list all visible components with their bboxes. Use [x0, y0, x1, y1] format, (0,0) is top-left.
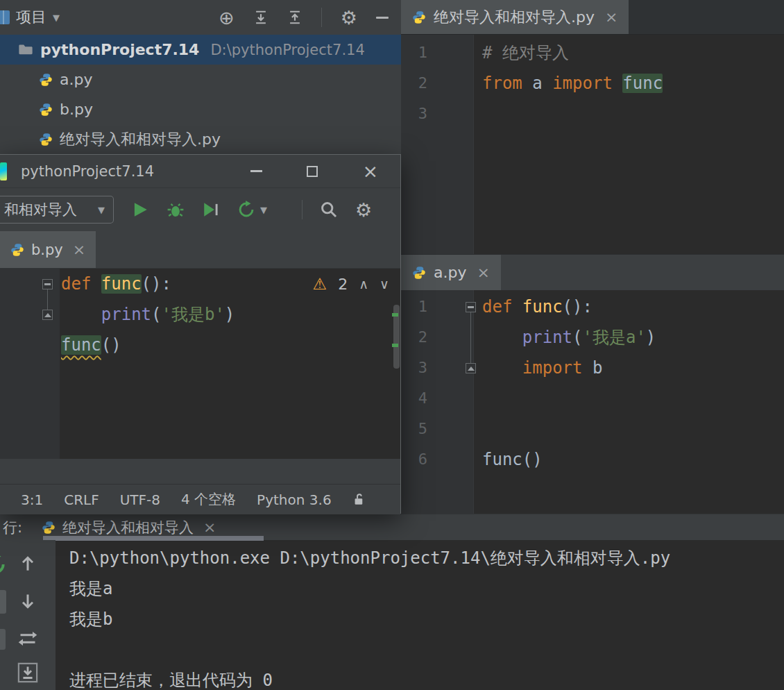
tab-label: a.py [434, 264, 466, 281]
indent-token [482, 358, 522, 378]
code-line [482, 383, 784, 414]
console-output[interactable]: D:\python\python.exe D:\pythonProject7.1… [69, 543, 777, 690]
line-separator[interactable]: CRLF [64, 491, 99, 508]
project-tool-window-header[interactable]: 项目 ▼ [0, 7, 60, 28]
console-line [69, 634, 777, 665]
maximize-icon [307, 166, 318, 177]
python-icon [42, 521, 56, 535]
run-button[interactable] [131, 201, 149, 219]
run-tool-window: 行: 绝对导入和相对导入 × [0, 514, 784, 690]
code-line: print('我是a') [482, 322, 784, 353]
hide-panel-icon[interactable] [376, 17, 389, 19]
previous-warning-icon[interactable]: ∧ [359, 276, 368, 292]
project-root-name: pythonProject7.14 [40, 41, 199, 58]
close-window-button[interactable]: × [362, 162, 378, 180]
code-line: func() [61, 330, 400, 360]
function-name-token: func [522, 297, 563, 317]
search-everywhere-button[interactable] [320, 201, 338, 219]
code-area: def func(): print('我是a') import b func() [482, 292, 784, 475]
bug-icon [167, 201, 185, 219]
console-line: D:\python\python.exe D:\pythonProject7.1… [69, 543, 777, 573]
locate-file-icon[interactable]: ⊕ [219, 8, 235, 27]
fold-start-marker[interactable] [466, 302, 476, 312]
fold-start-marker[interactable] [42, 279, 53, 289]
code-line: func() [482, 444, 784, 475]
restore-layout-icon[interactable] [0, 629, 6, 650]
plain-token [91, 274, 101, 294]
file-encoding[interactable]: UTF-8 [120, 491, 160, 508]
run-tab-absolute-relative-import[interactable]: 绝对导入和相对导入 × [33, 518, 224, 537]
line-number-column: 1 2 3 4 5 6 [401, 292, 427, 475]
file-label: a.py [60, 71, 92, 88]
down-stack-trace-icon[interactable] [18, 591, 37, 611]
python-icon [39, 133, 53, 146]
close-icon[interactable]: × [203, 519, 216, 536]
tree-row-absolute-relative-import-py[interactable]: 绝对导入和相对导入.py [0, 124, 401, 154]
file-label: 绝对导入和相对导入.py [60, 129, 221, 150]
settings-gear-icon[interactable]: ⚙ [355, 201, 372, 219]
tab-a-py[interactable]: a.py × [401, 255, 501, 290]
editor-a-py[interactable]: 1 2 3 4 5 6 def func(): print('我是a') imp… [401, 290, 784, 514]
window-title-bar[interactable]: pythonProject7.14 × [0, 155, 400, 188]
indent-setting[interactable]: 4 个空格 [181, 490, 236, 509]
warning-icon: ⚠ [313, 276, 327, 292]
status-bar: 3:1 CRLF UTF-8 4 个空格 Python 3.6 [0, 484, 400, 514]
fold-end-marker[interactable] [466, 363, 476, 373]
run-configuration-select[interactable]: 和相对导入 ▼ [0, 196, 114, 224]
chevron-down-icon: ▼ [260, 205, 267, 215]
tab-b-py[interactable]: b.py × [0, 231, 96, 268]
line-number: 1 [407, 37, 427, 68]
run-panel-title: 行: [3, 518, 22, 537]
indent-token [482, 328, 522, 347]
tree-row-project-root[interactable]: pythonProject7.14 D:\pythonProject7.14 [0, 35, 401, 65]
up-stack-trace-icon[interactable] [18, 554, 37, 573]
scroll-to-end-icon[interactable] [17, 662, 38, 683]
folder-icon [18, 42, 33, 58]
settings-gear-icon[interactable]: ⚙ [341, 8, 357, 27]
window-filler [0, 459, 400, 484]
play-icon [131, 201, 149, 219]
change-marker [392, 344, 398, 347]
caret-position[interactable]: 3:1 [21, 491, 43, 508]
editor-absolute-relative-import[interactable]: 1 2 3 # 绝对导入 from a import func [401, 35, 784, 254]
profiler-button[interactable]: ▼ [237, 201, 267, 219]
active-tab-underline [43, 536, 264, 541]
readonly-lock-button[interactable] [352, 493, 366, 506]
stop-icon[interactable] [0, 590, 6, 614]
rerun-icon[interactable] [0, 553, 8, 579]
editor-gutter [0, 269, 60, 459]
plain-token: (): [142, 274, 171, 294]
code-area: # 绝对导入 from a import func [482, 37, 784, 129]
soft-wrap-icon[interactable] [18, 629, 37, 648]
fold-connector [47, 289, 48, 310]
indent-token [61, 305, 101, 324]
maximize-button[interactable] [307, 166, 318, 177]
minimize-button[interactable] [250, 170, 262, 172]
plain-token: ( [572, 328, 582, 347]
tree-row-a-py[interactable]: a.py [0, 65, 401, 94]
keyword-token: def [61, 274, 91, 294]
tab-absolute-relative-import[interactable]: 绝对导入和相对导入.py × [401, 0, 629, 34]
tab-label: b.py [31, 242, 63, 258]
fold-end-marker[interactable] [42, 310, 53, 320]
tree-row-b-py[interactable]: b.py [0, 94, 401, 124]
keyword-token: from [482, 74, 522, 93]
editor-b-py[interactable]: def func(): print('我是b') func() ⚠ 2 ∧ ∨ [0, 269, 400, 459]
code-line: # 绝对导入 [482, 37, 784, 68]
code-line: print('我是b') [61, 299, 400, 330]
string-token: '我是a' [583, 328, 646, 347]
run-with-coverage-button[interactable] [202, 201, 220, 219]
collapse-all-icon[interactable] [253, 10, 269, 25]
close-icon[interactable]: × [605, 8, 617, 26]
editor-tab-bar: 绝对导入和相对导入.py × [401, 0, 784, 35]
run-tab-bar: 行: 绝对导入和相对导入 × [0, 514, 784, 540]
interpreter[interactable]: Python 3.6 [257, 491, 332, 508]
code-line: def func(): [482, 292, 784, 322]
expand-all-icon[interactable] [287, 10, 302, 25]
console-line: 进程已结束，退出代码为 0 [69, 665, 777, 690]
close-icon[interactable]: × [73, 241, 85, 258]
close-icon[interactable]: × [477, 264, 489, 281]
next-warning-icon[interactable]: ∨ [380, 276, 389, 292]
console-line: 我是b [69, 604, 777, 634]
debug-button[interactable] [167, 201, 185, 219]
